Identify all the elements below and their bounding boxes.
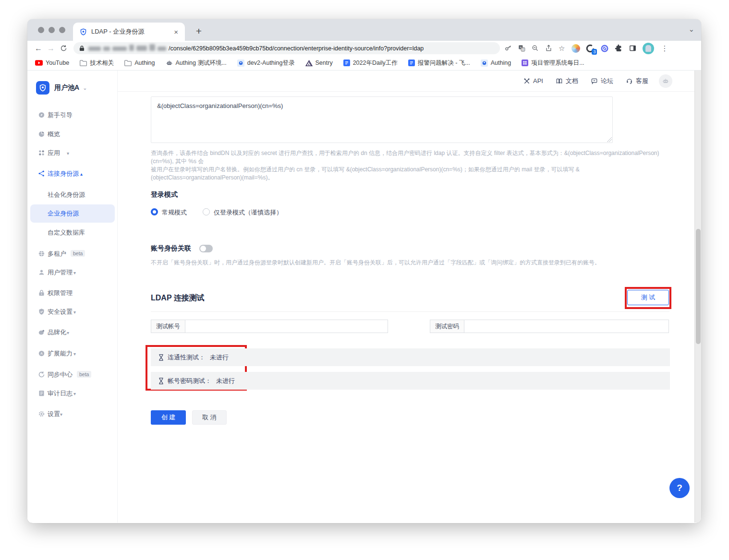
bookmark-folder-tech[interactable]: 技术相关 — [80, 59, 114, 67]
hourglass-icon — [158, 378, 164, 384]
extensions-puzzle-icon[interactable] — [615, 44, 623, 52]
tab-strip: LDAP - 企业身份源 × + ⌄ — [27, 19, 701, 41]
svg-text:A: A — [40, 352, 43, 355]
sidebar-item-branding[interactable]: 品牌化 ▾ — [27, 323, 118, 342]
page-scrollbar[interactable] — [694, 71, 701, 523]
radio-login-only-mode[interactable] — [203, 208, 210, 215]
headset-icon — [626, 78, 633, 84]
radio-normal-mode[interactable] — [151, 208, 158, 215]
bookmark-project-mgmt[interactable]: 项目管理系统每日... — [522, 59, 584, 67]
sidebar-item-multi-tenant[interactable]: 多租户 beta — [27, 245, 118, 263]
section-divider — [151, 311, 669, 312]
sidebar-item-security-settings[interactable]: 安全设置 ▾ — [27, 303, 118, 321]
user-avatar-robot-icon[interactable] — [659, 74, 672, 88]
browser-tab[interactable]: LDAP - 企业身份源 × — [73, 23, 185, 41]
browser-menu-icon[interactable]: ⋮ — [661, 44, 668, 53]
back-button[interactable]: ← — [32, 44, 45, 53]
pie-chart-icon — [38, 131, 46, 138]
zoom-out-icon[interactable] — [532, 45, 539, 52]
help-button[interactable]: ? — [669, 478, 690, 498]
close-window-button[interactable] — [38, 27, 44, 33]
bookmark-folder-authing[interactable]: Authing — [124, 60, 155, 66]
bookmark-daily-work[interactable]: 2022年Daily工作 — [343, 59, 398, 67]
sidebar-item-permissions[interactable]: 权限管理 — [27, 284, 118, 302]
sidebar-item-custom-database[interactable]: 自定义数据库 — [27, 224, 118, 242]
credentials-test-label: 帐号密码测试： — [168, 377, 211, 385]
new-tab-button[interactable]: + — [192, 24, 206, 38]
circle-a-icon: A — [38, 350, 46, 357]
sidebar-item-settings[interactable]: 设置 ▾ — [27, 405, 118, 423]
connectivity-test-label: 连通性测试： — [168, 353, 205, 362]
ldap-test-title: LDAP 连接测试 — [151, 293, 205, 303]
sidebar-item-identity-sources[interactable]: 连接身份源 ▴ — [27, 165, 118, 183]
sidebar-item-social-identity[interactable]: 社会化身份源 — [27, 186, 118, 204]
sidebar-item-sync-center[interactable]: 同步中心 beta — [27, 366, 118, 384]
sidebar-item-user-management[interactable]: 用户管理 ▾ — [27, 263, 118, 282]
translate-icon[interactable]: A文 — [518, 45, 525, 52]
account-link-description: 不开启「账号身份关联」时，用户通过身份源登录时默认创建新用户。开启「账号身份关联… — [151, 259, 661, 267]
tab-title: LDAP - 企业身份源 — [91, 27, 172, 36]
chevron-down-icon: ▾ — [67, 151, 69, 156]
side-panel-icon[interactable] — [629, 44, 637, 52]
chevron-down-icon: ▾ — [73, 270, 76, 275]
scrollbar-thumb[interactable] — [696, 229, 701, 344]
sidebar: 用户池A ⌄ 新手引导 概览 应用 ▾ 连接身 — [27, 71, 118, 523]
tab-close-icon[interactable]: × — [172, 28, 180, 36]
address-bar[interactable]: /console/6295b8095b3ea459b9cb75bd/connec… — [73, 42, 500, 54]
profile-avatar[interactable] — [643, 43, 654, 54]
forward-button[interactable]: → — [45, 44, 57, 53]
extension-badge: 3 — [592, 49, 597, 55]
bookmark-star-icon[interactable]: ☆ — [559, 44, 565, 53]
password-key-icon[interactable] — [505, 45, 512, 52]
sidebar-item-enterprise-identity[interactable]: 企业身份源 — [27, 204, 118, 223]
browser-toolbar: ← → /console/6295b8095b3ea459b9cb75bd/co… — [27, 41, 701, 56]
header-link-forum[interactable]: 论坛 — [591, 77, 613, 85]
beta-badge: beta — [77, 371, 91, 378]
radio-normal-mode-label: 常规模式 — [162, 208, 187, 217]
tab-search-chevron-icon[interactable]: ⌄ — [688, 25, 694, 34]
sidebar-item-onboarding[interactable]: 新手引导 — [27, 106, 118, 124]
cancel-button[interactable]: 取 消 — [192, 410, 227, 425]
share-icon[interactable] — [545, 45, 552, 52]
lock-icon — [38, 289, 46, 297]
header-link-support[interactable]: 客服 — [626, 77, 648, 85]
test-button[interactable]: 测 试 — [627, 290, 669, 305]
bookmark-youtube[interactable]: YouTube — [35, 60, 69, 66]
extension-with-badge-icon[interactable]: 3 — [586, 44, 595, 53]
test-password-input[interactable] — [464, 320, 669, 333]
workspace-chevron-down-icon: ⌄ — [83, 85, 87, 91]
bookmark-sentry[interactable]: Sentry — [305, 60, 333, 66]
reload-button[interactable] — [57, 45, 70, 52]
test-account-group: 测试帐号 — [151, 320, 388, 333]
account-link-title: 账号身份关联 — [151, 244, 191, 253]
window-controls[interactable] — [38, 27, 65, 33]
sidebar-item-audit-logs[interactable]: 审计日志 ▾ — [27, 384, 118, 403]
header-link-docs[interactable]: 文档 — [556, 77, 578, 85]
bookmark-authing-2[interactable]: Authing — [481, 60, 511, 67]
ldap-filter-textarea[interactable]: &(objectClass=organizationalPerson)(cn=%… — [151, 96, 613, 143]
connectivity-test-row: 连通性测试： 未进行 — [151, 348, 670, 366]
test-account-input[interactable] — [185, 320, 388, 333]
blue-circle-extension-icon[interactable] — [600, 44, 609, 53]
colorful-extension-icon[interactable] — [571, 44, 580, 53]
workspace-switcher[interactable]: 用户池A ⌄ — [36, 81, 87, 95]
zoom-window-button[interactable] — [59, 27, 65, 33]
sidebar-item-extensions[interactable]: A 扩展能力 ▾ — [27, 345, 118, 363]
credentials-test-row: 帐号密码测试： 未进行 — [151, 372, 670, 390]
textarea-resize-handle[interactable] — [607, 137, 612, 142]
minimize-window-button[interactable] — [49, 27, 55, 33]
main-panel: API 文档 论坛 客服 — [118, 71, 694, 523]
extension-icons: 3 ⋮ — [571, 43, 673, 54]
create-button[interactable]: 创 建 — [151, 410, 186, 425]
bookmark-alert-doc[interactable]: 报警问题解决 - 飞... — [408, 59, 470, 67]
chevron-down-icon: ▾ — [60, 412, 62, 417]
bookmark-authing-test[interactable]: Authing 测试环境... — [166, 59, 227, 67]
sidebar-item-overview[interactable]: 概览 — [27, 125, 118, 143]
bookmark-dev2-authing[interactable]: dev2-Authing登录 — [237, 59, 295, 67]
credentials-test-status: 未进行 — [216, 377, 235, 385]
tenant-icon — [38, 250, 46, 258]
shield-check-icon — [38, 308, 46, 316]
account-link-toggle[interactable] — [199, 245, 213, 252]
sidebar-item-applications[interactable]: 应用 ▾ — [27, 144, 118, 162]
header-link-api[interactable]: API — [523, 77, 543, 84]
